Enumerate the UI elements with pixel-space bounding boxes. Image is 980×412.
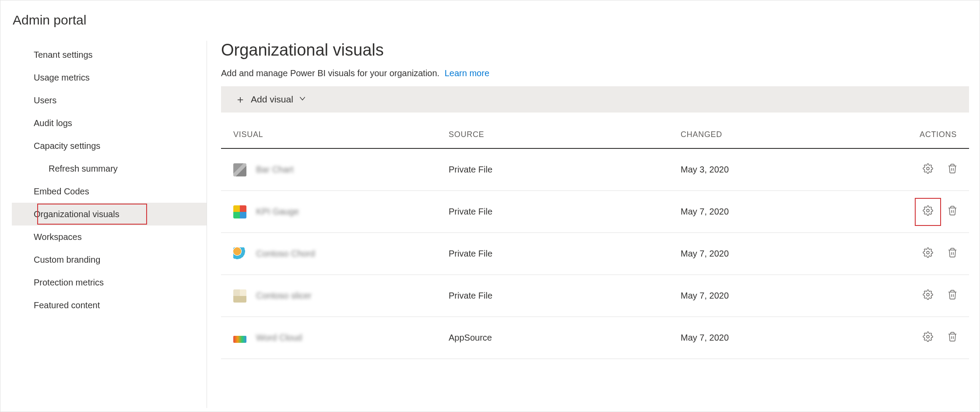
sidebar-item-organizational-visuals[interactable]: Organizational visuals — [12, 203, 207, 225]
portal-title: Admin portal — [0, 0, 980, 38]
gear-icon — [923, 331, 933, 344]
sidebar-item-featured-content[interactable]: Featured content — [12, 294, 207, 317]
visual-source: Private File — [449, 249, 681, 259]
visuals-table: VISUAL SOURCE CHANGED ACTIONS Bar ChartP… — [221, 123, 969, 359]
sidebar-item-workspaces[interactable]: Workspaces — [12, 225, 207, 248]
visual-changed: May 7, 2020 — [681, 207, 890, 217]
gear-icon — [923, 247, 933, 260]
visual-changed: May 7, 2020 — [681, 333, 890, 343]
page-title: Organizational visuals — [221, 38, 969, 68]
table-row[interactable]: Bar ChartPrivate FileMay 3, 2020 — [221, 149, 969, 191]
delete-button[interactable] — [946, 290, 959, 302]
visual-thumbnail-icon — [233, 336, 246, 343]
learn-more-link[interactable]: Learn more — [445, 68, 489, 78]
svg-point-1 — [927, 209, 929, 212]
trash-icon — [947, 331, 958, 344]
visual-name: Contoso Chord — [256, 249, 315, 259]
svg-point-2 — [927, 251, 929, 254]
sidebar-item-users[interactable]: Users — [12, 89, 207, 112]
chevron-down-icon — [299, 95, 306, 104]
svg-point-3 — [927, 293, 929, 296]
sidebar-item-audit-logs[interactable]: Audit logs — [12, 112, 207, 134]
settings-button[interactable] — [922, 248, 934, 260]
sidebar-item-refresh-summary[interactable]: Refresh summary — [12, 157, 207, 180]
visual-name: KPI Gauge — [256, 207, 299, 217]
settings-button[interactable] — [922, 290, 934, 302]
visual-source: Private File — [449, 165, 681, 175]
sidebar-item-usage-metrics[interactable]: Usage metrics — [12, 66, 207, 89]
page-description: Add and manage Power BI visuals for your… — [221, 68, 969, 86]
visual-thumbnail-icon — [233, 205, 246, 218]
settings-button[interactable] — [922, 164, 934, 176]
visual-name: Contoso slicer — [256, 291, 312, 301]
col-header-source: SOURCE — [449, 130, 681, 139]
gear-icon — [923, 289, 933, 302]
visual-source: Private File — [449, 291, 681, 301]
sidebar-item-capacity-settings[interactable]: Capacity settings — [12, 134, 207, 157]
trash-icon — [947, 205, 958, 218]
svg-point-0 — [927, 167, 929, 170]
sidebar-item-tenant-settings[interactable]: Tenant settings — [12, 43, 207, 66]
trash-icon — [947, 163, 958, 176]
delete-button[interactable] — [946, 206, 959, 218]
add-visual-label: Add visual — [251, 94, 293, 105]
table-row[interactable]: Contoso slicerPrivate FileMay 7, 2020 — [221, 275, 969, 317]
sidebar-item-protection-metrics[interactable]: Protection metrics — [12, 271, 207, 294]
table-row[interactable]: Contoso ChordPrivate FileMay 7, 2020 — [221, 233, 969, 275]
table-row[interactable]: KPI GaugePrivate FileMay 7, 2020 — [221, 191, 969, 233]
add-visual-button[interactable]: ＋ Add visual — [235, 94, 306, 105]
visual-source: AppSource — [449, 333, 681, 343]
svg-point-4 — [927, 335, 929, 338]
gear-icon — [923, 163, 933, 176]
trash-icon — [947, 247, 958, 260]
visual-thumbnail-icon — [233, 163, 246, 176]
sidebar-item-embed-codes[interactable]: Embed Codes — [12, 180, 207, 203]
sidebar-item-custom-branding[interactable]: Custom branding — [12, 248, 207, 271]
col-header-actions: ACTIONS — [890, 130, 969, 139]
visual-changed: May 7, 2020 — [681, 291, 890, 301]
admin-portal-window: Admin portal Tenant settingsUsage metric… — [0, 0, 980, 412]
table-row[interactable]: Word CloudAppSourceMay 7, 2020 — [221, 317, 969, 359]
gear-icon — [923, 205, 933, 218]
delete-button[interactable] — [946, 332, 959, 344]
col-header-changed: CHANGED — [681, 130, 890, 139]
main-content: Organizational visuals Add and manage Po… — [207, 38, 980, 408]
visual-name: Word Cloud — [256, 333, 302, 343]
settings-button[interactable] — [922, 332, 934, 344]
trash-icon — [947, 289, 958, 302]
visual-changed: May 3, 2020 — [681, 165, 890, 175]
delete-button[interactable] — [946, 164, 959, 176]
delete-button[interactable] — [946, 248, 959, 260]
sidebar: Tenant settingsUsage metricsUsersAudit l… — [0, 38, 207, 408]
table-header: VISUAL SOURCE CHANGED ACTIONS — [221, 123, 969, 149]
visual-source: Private File — [449, 207, 681, 217]
col-header-visual: VISUAL — [221, 130, 449, 139]
plus-icon: ＋ — [235, 94, 246, 105]
visual-changed: May 7, 2020 — [681, 249, 890, 259]
visual-thumbnail-icon — [233, 289, 246, 303]
body: Tenant settingsUsage metricsUsersAudit l… — [0, 38, 980, 408]
settings-button[interactable] — [922, 206, 934, 218]
visual-name: Bar Chart — [256, 165, 294, 175]
toolbar: ＋ Add visual — [221, 86, 969, 113]
page-description-text: Add and manage Power BI visuals for your… — [221, 68, 439, 78]
visual-thumbnail-icon — [233, 247, 246, 261]
